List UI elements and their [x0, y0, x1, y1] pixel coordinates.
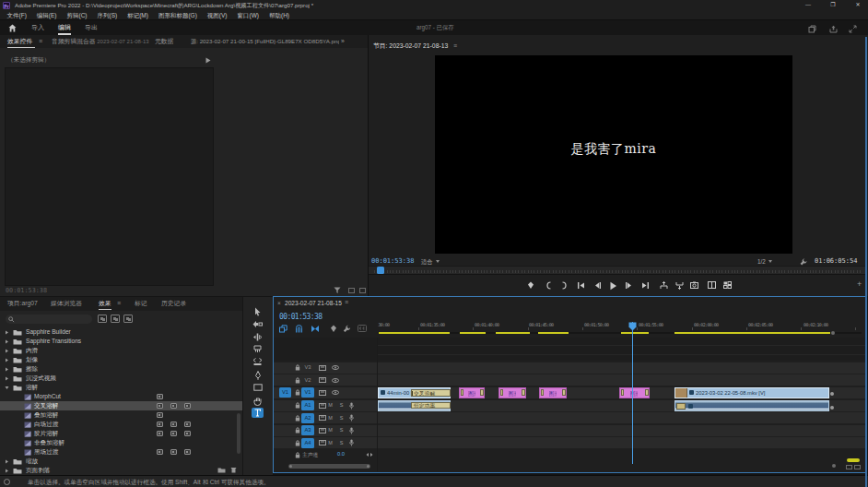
menu-3[interactable]: 剪辑(C)	[62, 10, 92, 20]
program-timecode[interactable]: 00:01:53:38	[371, 257, 414, 265]
new-custom-bin-icon[interactable]	[217, 467, 226, 473]
voiceover-record-icon[interactable]	[349, 439, 354, 446]
program-scrub-bar[interactable]	[369, 266, 866, 275]
effects-scrollbar[interactable]	[237, 413, 240, 454]
menu-7[interactable]: 视图(V)	[202, 10, 232, 20]
tab-history[interactable]: 历史记录	[161, 297, 186, 310]
lock-icon[interactable]	[295, 389, 300, 396]
delete-custom-item-icon[interactable]	[230, 467, 237, 473]
keyframe-nav-icon[interactable]	[366, 452, 373, 457]
chevron-right-icon[interactable]	[5, 367, 8, 371]
multicam-icon[interactable]	[723, 281, 732, 289]
mark-in-icon[interactable]	[545, 281, 552, 290]
voiceover-record-icon[interactable]	[349, 427, 354, 434]
tree-folder-row[interactable]: Sapphire Builder	[0, 327, 242, 337]
timeline-clip-graphic[interactable]: 图形	[539, 387, 567, 398]
button-editor-button[interactable]: +	[857, 279, 862, 289]
timeline-clip-graphic[interactable]: 图形	[499, 387, 526, 398]
step-back-icon[interactable]	[594, 281, 602, 290]
program-settings-wrench-icon[interactable]	[800, 258, 807, 266]
track-target-V2[interactable]: V2	[301, 375, 314, 386]
menu-9[interactable]: 帮助(H)	[264, 10, 294, 20]
zoom-in-icon[interactable]	[359, 288, 366, 293]
lock-icon[interactable]	[295, 427, 300, 434]
play-icon[interactable]	[609, 281, 617, 291]
tab-project[interactable]: 项目:arg07	[7, 297, 38, 310]
sync-lock-icon[interactable]	[319, 440, 326, 445]
voiceover-record-icon[interactable]	[349, 402, 354, 410]
workspace-tab-导出[interactable]: 导出	[85, 20, 98, 35]
fullscreen-icon[interactable]	[849, 25, 857, 33]
master-volume-value[interactable]: 0.0	[337, 451, 345, 457]
track-output-eye-icon[interactable]	[332, 365, 339, 370]
home-icon[interactable]	[8, 24, 17, 32]
effect-controls-panel-menu-icon[interactable]: ≡	[39, 35, 42, 48]
timeline-clip-graphic[interactable]: 图形	[459, 387, 485, 398]
track-output-eye-icon[interactable]	[332, 378, 339, 383]
tab-media-browser[interactable]: 媒体浏览器	[51, 297, 82, 310]
timeline-zoombar-end[interactable]	[831, 331, 835, 335]
tree-effect-row[interactable]: 白场过渡	[0, 420, 242, 429]
tab-overflow-chevron[interactable]: »	[341, 35, 345, 48]
sync-lock-icon[interactable]	[319, 415, 326, 421]
hand-tool-icon[interactable]	[252, 396, 264, 406]
mute-button[interactable]: M	[327, 415, 334, 421]
track-target-V3[interactable]: V3	[301, 362, 314, 373]
tree-folder-row[interactable]: 缩放	[0, 457, 242, 466]
tree-folder-row[interactable]: 沉浸式视频	[0, 374, 242, 383]
sync-lock-icon[interactable]	[319, 377, 326, 383]
accelerated-effects-icon[interactable]	[98, 315, 107, 323]
program-monitor-tab[interactable]: 节目: 2023-02-07 21-08-13	[373, 40, 448, 53]
mute-button[interactable]: M	[327, 427, 334, 433]
mute-button[interactable]: M	[327, 440, 334, 445]
tree-effect-row[interactable]: 叠加溶解	[0, 410, 242, 420]
export-frame-icon[interactable]	[690, 281, 698, 289]
timeline-hscrollbar[interactable]	[288, 464, 370, 469]
track-select-tool-icon[interactable]	[252, 319, 264, 329]
sync-lock-icon[interactable]	[319, 403, 326, 409]
program-panel-menu-icon[interactable]: ≡	[453, 40, 457, 53]
tree-folder-row[interactable]: 页面剥落	[0, 466, 242, 475]
yuv-effects-icon[interactable]	[123, 315, 133, 323]
tree-effect-row[interactable]: 黑场过渡	[0, 447, 242, 457]
lock-icon[interactable]	[295, 415, 300, 422]
solo-button[interactable]: S	[338, 427, 345, 433]
extract-icon[interactable]	[675, 281, 684, 290]
tree-effect-row[interactable]: 交叉溶解	[0, 401, 242, 410]
menu-5[interactable]: 标记(M)	[123, 10, 154, 20]
tree-folder-row[interactable]: 擦除	[0, 364, 242, 374]
step-forward-icon[interactable]	[625, 281, 632, 290]
tab-effects[interactable]: 效果	[99, 297, 111, 310]
playhead-line[interactable]	[632, 322, 633, 464]
transition-box[interactable]: 交叉溶解	[411, 389, 451, 397]
menu-6[interactable]: 图形和标题(G)	[153, 10, 202, 20]
menu-4[interactable]: 序列(S)	[92, 10, 123, 20]
timeline-clip-audio[interactable]	[674, 400, 829, 411]
track-target-A2[interactable]: A2	[301, 413, 314, 423]
chevron-right-icon[interactable]	[5, 469, 8, 472]
32bit-color-icon[interactable]	[111, 315, 120, 323]
tab-source-monitor[interactable]: 源: 2023-02-07 21-00-15 [FullHD]-GL89E7X …	[191, 35, 339, 48]
sync-lock-icon[interactable]	[319, 365, 326, 371]
workspace-tab-导入[interactable]: 导入	[31, 20, 44, 35]
chevron-right-icon[interactable]	[5, 339, 8, 343]
tree-folder-row[interactable]: 溶解	[0, 383, 242, 392]
chevron-right-icon[interactable]	[5, 376, 8, 380]
go-to-out-icon[interactable]	[641, 281, 650, 290]
mark-out-icon[interactable]	[561, 281, 568, 290]
razor-tool-icon[interactable]	[252, 344, 264, 354]
filter-properties-icon[interactable]	[334, 287, 341, 294]
pen-tool-icon[interactable]	[252, 370, 264, 380]
solo-button[interactable]: S	[338, 440, 345, 445]
tree-effect-row[interactable]: 非叠加溶解	[0, 438, 242, 447]
playhead-head[interactable]	[628, 322, 637, 331]
maximize-button[interactable]: ❐	[828, 0, 838, 10]
menu-2[interactable]: 编辑(E)	[31, 10, 62, 20]
ripple-edit-tool-icon[interactable]	[252, 332, 264, 342]
chevron-down-icon[interactable]	[5, 386, 8, 389]
tree-effect-row[interactable]: MorphCut	[0, 392, 242, 401]
add-marker-icon[interactable]	[527, 281, 534, 290]
go-to-in-icon[interactable]	[577, 281, 585, 290]
sync-lock-icon[interactable]	[319, 390, 326, 396]
tab-markers[interactable]: 标记	[135, 297, 147, 310]
